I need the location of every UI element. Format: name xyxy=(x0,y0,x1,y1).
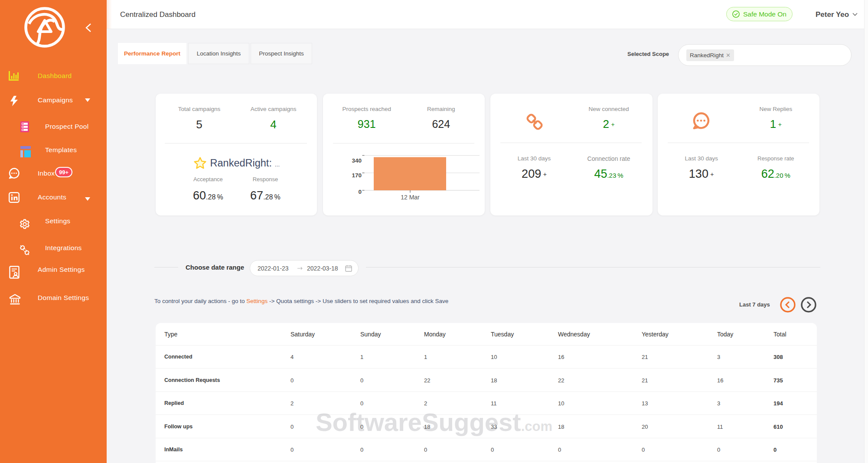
svg-text:170: 170 xyxy=(352,172,362,179)
svg-text:340: 340 xyxy=(352,157,362,164)
svg-text:12 Mar: 12 Mar xyxy=(401,194,420,201)
svg-text:0: 0 xyxy=(358,189,362,195)
